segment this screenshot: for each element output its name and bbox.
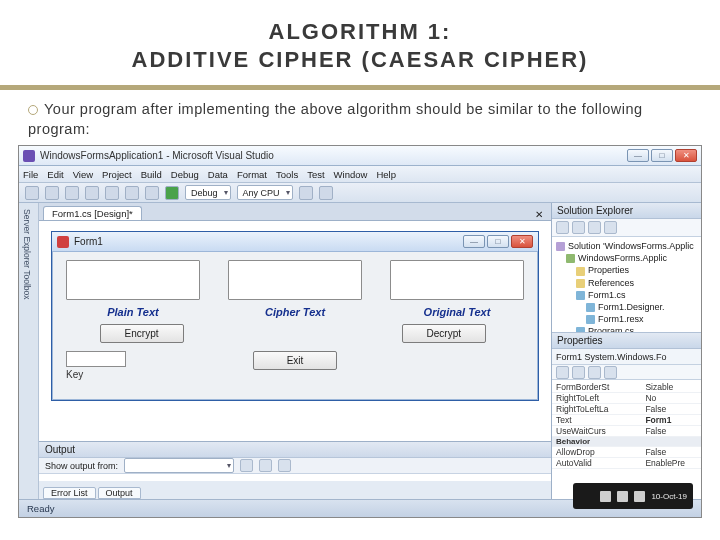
form1-close[interactable]: ✕: [511, 235, 533, 248]
key-input[interactable]: [66, 351, 126, 367]
form1-title-text: Form1: [74, 236, 463, 247]
form1-window[interactable]: Form1 — □ ✕ Plain Text: [51, 231, 539, 401]
solution-tool-icon[interactable]: [588, 221, 601, 234]
vs-app-icon: [23, 150, 35, 162]
menu-edit[interactable]: Edit: [47, 169, 63, 180]
output-source-combo[interactable]: [124, 458, 234, 473]
system-tray: 10-Oct-19: [573, 483, 693, 509]
properties-panel: Form1 System.Windows.Fo FormBorderStSiza…: [552, 349, 701, 499]
toolbar-button[interactable]: [85, 186, 99, 200]
solution-toolbar: [552, 219, 701, 237]
left-rail[interactable]: Server Explorer Toolbox: [19, 203, 39, 499]
title-line2: ADDITIVE CIPHER (CAESAR CIPHER): [132, 47, 589, 72]
menu-bar: File Edit View Project Build Debug Data …: [19, 166, 701, 183]
output-tool-icon[interactable]: [240, 459, 253, 472]
tree-properties: Properties: [556, 264, 697, 276]
minimize-button[interactable]: —: [627, 149, 649, 162]
title-line1: ALGORITHM 1:: [269, 19, 452, 44]
toolbar-button[interactable]: [299, 186, 313, 200]
bullet-content: Your program after implementing the abov…: [28, 101, 643, 137]
prop-tool-icon[interactable]: [588, 366, 601, 379]
tab-output[interactable]: Output: [98, 487, 141, 499]
output-tool-icon[interactable]: [259, 459, 272, 472]
document-tabs: Form1.cs [Design]* ✕: [39, 203, 551, 221]
encrypt-button[interactable]: Encrypt: [100, 324, 184, 343]
toolbar-button[interactable]: [105, 186, 119, 200]
tray-icon[interactable]: [600, 491, 611, 502]
exit-button[interactable]: Exit: [253, 351, 337, 370]
tree-solution: Solution 'WindowsForms.Applic: [556, 240, 697, 252]
vs-titlebar: WindowsFormsApplication1 - Microsoft Vis…: [19, 146, 701, 166]
toolbar-button[interactable]: [25, 186, 39, 200]
output-header: Output: [39, 442, 551, 458]
solution-tree[interactable]: Solution 'WindowsForms.Applic WindowsFor…: [552, 237, 701, 333]
properties-object[interactable]: Form1 System.Windows.Fo: [552, 349, 701, 365]
toolbar-button[interactable]: [145, 186, 159, 200]
slide-title: ALGORITHM 1: ADDITIVE CIPHER (CAESAR CIP…: [0, 0, 720, 85]
menu-view[interactable]: View: [73, 169, 93, 180]
config-combo[interactable]: Debug: [185, 185, 231, 200]
tray-icon[interactable]: [634, 491, 645, 502]
plain-text-input[interactable]: [66, 260, 200, 300]
accent-bar: [0, 85, 720, 90]
menu-help[interactable]: Help: [376, 169, 396, 180]
toolbar-button[interactable]: [65, 186, 79, 200]
tree-resx: Form1.resx: [556, 313, 697, 325]
tray-icon[interactable]: [617, 491, 628, 502]
project-icon: [566, 254, 575, 263]
show-output-label: Show output from:: [45, 461, 118, 471]
solution-tool-icon[interactable]: [572, 221, 585, 234]
designer-surface[interactable]: Form1 — □ ✕ Plain Text: [39, 221, 551, 441]
prop-tool-icon[interactable]: [604, 366, 617, 379]
form1-minimize[interactable]: —: [463, 235, 485, 248]
menu-data[interactable]: Data: [208, 169, 228, 180]
bullet-text: Your program after implementing the abov…: [0, 100, 720, 145]
decrypt-button[interactable]: Decrypt: [402, 324, 486, 343]
close-button[interactable]: ✕: [675, 149, 697, 162]
maximize-button[interactable]: □: [651, 149, 673, 162]
resx-icon: [586, 315, 595, 324]
original-text-input[interactable]: [390, 260, 524, 300]
platform-combo[interactable]: Any CPU: [237, 185, 293, 200]
bullet-icon: [28, 105, 38, 115]
toolbar-button[interactable]: [45, 186, 59, 200]
menu-file[interactable]: File: [23, 169, 38, 180]
run-icon[interactable]: [165, 186, 179, 200]
prop-tool-icon[interactable]: [572, 366, 585, 379]
toolbar-button[interactable]: [319, 186, 333, 200]
output-tool-icon[interactable]: [278, 459, 291, 472]
output-panel: Output Show output from: Error List Outp…: [39, 441, 551, 499]
menu-window[interactable]: Window: [334, 169, 368, 180]
menu-debug[interactable]: Debug: [171, 169, 199, 180]
prop-tool-icon[interactable]: [556, 366, 569, 379]
doc-tab-form1[interactable]: Form1.cs [Design]*: [43, 206, 142, 220]
menu-build[interactable]: Build: [141, 169, 162, 180]
solution-icon: [556, 242, 565, 251]
menu-project[interactable]: Project: [102, 169, 132, 180]
cipher-text-input[interactable]: [228, 260, 362, 300]
tree-project: WindowsForms.Applic: [556, 252, 697, 264]
original-text-label: Original Text: [390, 306, 524, 318]
tab-close-icon[interactable]: ✕: [531, 209, 547, 220]
tray-date: 10-Oct-19: [651, 492, 687, 501]
key-label: Key: [66, 369, 158, 380]
form1-titlebar: Form1 — □ ✕: [52, 232, 538, 252]
form1-maximize[interactable]: □: [487, 235, 509, 248]
csfile-icon: [576, 291, 585, 300]
tab-error-list[interactable]: Error List: [43, 487, 96, 499]
tree-references: References: [556, 277, 697, 289]
solution-tool-icon[interactable]: [604, 221, 617, 234]
properties-grid[interactable]: FormBorderStSizable RightToLeftNo RightT…: [552, 380, 701, 499]
toolbar: Debug Any CPU: [19, 183, 701, 203]
menu-test[interactable]: Test: [307, 169, 324, 180]
vs-window-title: WindowsFormsApplication1 - Microsoft Vis…: [40, 150, 627, 161]
menu-tools[interactable]: Tools: [276, 169, 298, 180]
csfile-icon: [586, 303, 595, 312]
toolbar-button[interactable]: [125, 186, 139, 200]
menu-format[interactable]: Format: [237, 169, 267, 180]
form1-app-icon: [57, 236, 69, 248]
status-text: Ready: [27, 503, 54, 514]
tree-designer: Form1.Designer.: [556, 301, 697, 313]
properties-header: Properties: [552, 333, 701, 349]
solution-tool-icon[interactable]: [556, 221, 569, 234]
